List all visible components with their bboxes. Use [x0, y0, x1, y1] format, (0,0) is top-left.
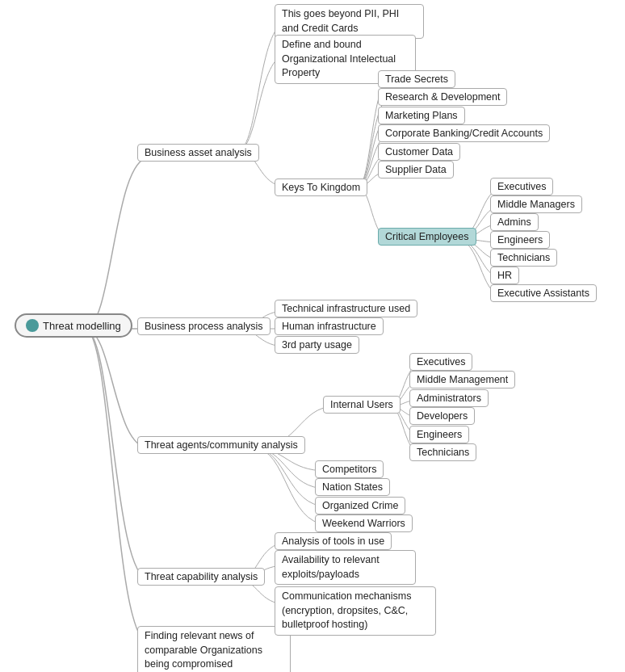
administrators-label: Administrators	[417, 393, 481, 404]
middle-mgmt2-label: Middle Management	[417, 374, 508, 385]
engineers2-node: Engineers	[409, 426, 469, 443]
admins1-node: Admins	[490, 213, 539, 231]
critical-employees-label: Critical Employees	[385, 231, 469, 242]
customer-data-label: Customer Data	[385, 146, 453, 158]
nation-states-label: Nation States	[322, 481, 383, 493]
exec2-label: Executives	[417, 356, 465, 368]
exec-assistants1-node: Executive Assistants	[490, 284, 597, 302]
middle-mgmt2-node: Middle Management	[409, 371, 515, 388]
research-dev-node: Research & Development	[378, 88, 507, 106]
third-party-node: 3rd party usage	[275, 336, 359, 354]
hr1-label: HR	[497, 270, 512, 281]
comm-mechanisms-node: Communication mechanisms (encryption, dr…	[275, 586, 436, 636]
human-infra-label: Human infrastructure	[282, 321, 376, 332]
exec-assistants1-label: Executive Assistants	[497, 288, 589, 299]
weekend-warriors-node: Weekend Warriors	[315, 514, 413, 532]
availability-exploits-label: Availability to relevant exploits/payloa…	[282, 554, 380, 580]
beyond-pii-label: This goes beyond PII, PHI and Credit Car…	[282, 8, 399, 34]
engineers1-node: Engineers	[490, 231, 550, 249]
customer-data-node: Customer Data	[378, 143, 460, 161]
organized-crime-label: Organized Crime	[322, 500, 398, 511]
engineers1-label: Engineers	[497, 234, 543, 246]
exec2-node: Executives	[409, 353, 472, 371]
trade-secrets-label: Trade Secrets	[385, 74, 448, 85]
tech-infra-label: Technical infrastructure used	[282, 303, 410, 314]
internal-users-node: Internal Users	[323, 396, 401, 414]
competitors-label: Competitors	[322, 464, 376, 475]
trade-secrets-node: Trade Secrets	[378, 70, 455, 88]
threat-agents-node: Threat agents/community analysis	[137, 436, 305, 454]
technicians2-label: Technicians	[417, 447, 469, 458]
keys-to-kingdom-label: Keys To Kingdom	[282, 182, 360, 193]
root-icon	[26, 319, 39, 332]
comm-mechanisms-label: Communication mechanisms (encryption, dr…	[282, 590, 411, 630]
administrators-node: Administrators	[409, 389, 489, 407]
business-process-analysis-label: Business process analysis	[145, 321, 263, 332]
nation-states-node: Nation States	[315, 478, 390, 496]
analysis-tools-node: Analysis of tools in use	[275, 532, 392, 550]
corporate-banking-label: Corporate Banking/Credit Accounts	[385, 128, 543, 139]
human-infra-node: Human infrastructure	[275, 317, 384, 335]
business-asset-analysis-label: Business asset analysis	[145, 147, 252, 158]
hr1-node: HR	[490, 267, 519, 284]
availability-exploits-node: Availability to relevant exploits/payloa…	[275, 550, 416, 585]
technicians1-label: Technicians	[497, 252, 550, 263]
root-label: Threat modelling	[43, 320, 121, 332]
mindmap-container: Threat modelling Business asset analysis…	[0, 0, 625, 672]
engineers2-label: Engineers	[417, 429, 462, 440]
finding-relevant-label: Finding relevant news of comparable Orga…	[145, 630, 262, 670]
exec1-label: Executives	[497, 181, 546, 192]
root-node: Threat modelling	[15, 313, 132, 338]
finding-relevant-node: Finding relevant news of comparable Orga…	[137, 626, 291, 672]
weekend-warriors-label: Weekend Warriors	[322, 518, 405, 529]
business-asset-analysis-node: Business asset analysis	[137, 144, 259, 162]
technicians2-node: Technicians	[409, 443, 476, 461]
threat-agents-label: Threat agents/community analysis	[145, 439, 298, 451]
admins1-label: Admins	[497, 216, 531, 228]
keys-to-kingdom-node: Keys To Kingdom	[275, 178, 367, 196]
middle-mgr1-label: Middle Managers	[497, 199, 575, 210]
supplier-data-node: Supplier Data	[378, 161, 454, 178]
marketing-plans-node: Marketing Plans	[378, 107, 465, 124]
third-party-label: 3rd party usage	[282, 339, 352, 351]
research-dev-label: Research & Development	[385, 91, 500, 103]
critical-employees-node: Critical Employees	[378, 228, 476, 246]
corporate-banking-node: Corporate Banking/Credit Accounts	[378, 124, 550, 142]
threat-capability-node: Threat capability analysis	[137, 568, 265, 586]
exec1-node: Executives	[490, 178, 553, 195]
organized-crime-node: Organized Crime	[315, 497, 405, 514]
developers-node: Developers	[409, 407, 475, 425]
threat-capability-label: Threat capability analysis	[145, 571, 258, 582]
competitors-node: Competitors	[315, 460, 384, 478]
supplier-data-label: Supplier Data	[385, 164, 447, 175]
internal-users-label: Internal Users	[330, 399, 393, 410]
technicians1-node: Technicians	[490, 249, 557, 267]
analysis-tools-label: Analysis of tools in use	[282, 536, 384, 547]
middle-mgr1-node: Middle Managers	[490, 195, 582, 213]
marketing-plans-label: Marketing Plans	[385, 110, 458, 121]
developers-label: Developers	[417, 410, 468, 422]
business-process-analysis-node: Business process analysis	[137, 317, 271, 335]
beyond-pii-node: This goes beyond PII, PHI and Credit Car…	[275, 4, 424, 39]
tech-infra-node: Technical infrastructure used	[275, 300, 417, 317]
